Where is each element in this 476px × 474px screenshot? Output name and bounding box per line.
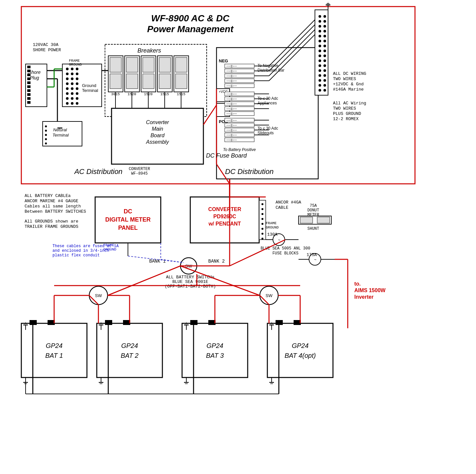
svg-text:—◁▷—: —◁▷— bbox=[226, 79, 237, 82]
svg-point-33 bbox=[71, 87, 73, 90]
svg-point-124 bbox=[319, 25, 321, 28]
svg-point-138 bbox=[319, 59, 321, 62]
converter-wf-label: CONVERTER bbox=[129, 167, 150, 171]
svg-point-130 bbox=[319, 40, 321, 42]
bank2-label: BANK 2 bbox=[208, 259, 225, 264]
ground-terminal-label: Ground bbox=[82, 83, 96, 88]
diagram-container: WF-8900 AC & DC Power Management 120VAC … bbox=[0, 0, 476, 474]
svg-text:—◁▷—: —◁▷— bbox=[226, 102, 237, 105]
svg-point-146 bbox=[319, 79, 321, 82]
svg-point-148 bbox=[319, 84, 321, 87]
svg-point-32 bbox=[66, 87, 69, 90]
svg-point-45 bbox=[45, 125, 47, 127]
svg-text:~: ~ bbox=[278, 238, 280, 242]
dc-meter-label2: DIGITAL METER bbox=[105, 216, 151, 223]
svg-rect-175 bbox=[300, 217, 313, 223]
svg-point-142 bbox=[319, 69, 321, 72]
converter-main-label2: Main bbox=[152, 126, 163, 132]
svg-point-40 bbox=[76, 97, 78, 100]
frame-ground2-label1: FRAME bbox=[103, 243, 114, 247]
svg-rect-12 bbox=[27, 101, 31, 104]
svg-point-143 bbox=[323, 69, 326, 72]
svg-rect-119 bbox=[315, 10, 328, 95]
grounds-note2: TRAILER FRAME GROUNDS bbox=[25, 224, 78, 229]
svg-text:—◁▷—: —◁▷— bbox=[226, 138, 237, 141]
svg-point-145 bbox=[323, 74, 326, 77]
to-20adc-label2: Appliances bbox=[258, 101, 277, 105]
battery-cables-note3: Cables all same length bbox=[25, 204, 81, 209]
battery-cables-note2: ANCOR MARINE #4 GAUGE bbox=[25, 199, 78, 204]
svg-point-125 bbox=[323, 25, 326, 28]
svg-rect-199 bbox=[21, 323, 87, 377]
dc-wiring-note2: TWO WIRES bbox=[333, 76, 356, 81]
svg-point-42 bbox=[71, 102, 73, 105]
svg-rect-7 bbox=[27, 81, 31, 84]
bat1-label2: BAT 1 bbox=[45, 352, 63, 359]
svg-rect-62 bbox=[159, 57, 171, 72]
svg-rect-63 bbox=[159, 74, 171, 89]
battery-cables-note4: Between BATTERY SWITCHES bbox=[25, 209, 86, 214]
ac-distribution-label: AC Distribution bbox=[74, 167, 123, 176]
svg-point-141 bbox=[323, 64, 326, 67]
svg-rect-176 bbox=[317, 217, 330, 223]
svg-text:—◁▷—: —◁▷— bbox=[226, 128, 237, 132]
svg-point-133 bbox=[323, 45, 326, 47]
converter-pd-label1: CONVERTER bbox=[208, 206, 241, 212]
svg-point-144 bbox=[319, 74, 321, 77]
main-title-line2: Power Management bbox=[147, 24, 234, 34]
donut-meter-label2: DONUT bbox=[307, 208, 319, 213]
svg-text:—◁▷—: —◁▷— bbox=[226, 92, 237, 96]
svg-text:—◁▷—: —◁▷— bbox=[226, 112, 237, 115]
svg-point-38 bbox=[66, 97, 69, 100]
svg-point-29 bbox=[66, 82, 69, 85]
svg-point-170 bbox=[261, 223, 263, 225]
bat4-label1: GP24 bbox=[292, 342, 308, 349]
svg-rect-54 bbox=[110, 74, 121, 89]
svg-point-21 bbox=[71, 68, 73, 70]
svg-point-128 bbox=[319, 35, 321, 37]
svg-point-31 bbox=[76, 82, 78, 85]
shore-power-label2: SHORE POWER bbox=[33, 48, 61, 53]
svg-point-171 bbox=[261, 228, 263, 230]
dc-meter-label3: PANEL bbox=[118, 225, 138, 231]
bat1-label1: GP24 bbox=[46, 342, 62, 349]
bat3-label2: BAT 3 bbox=[206, 352, 224, 359]
svg-text:—◁▷—: —◁▷— bbox=[226, 69, 237, 73]
ground-terminal-label2: Terminal bbox=[82, 88, 98, 93]
svg-point-46 bbox=[45, 130, 47, 132]
converter-pd-label2: PD9260C bbox=[213, 214, 236, 219]
svg-point-173 bbox=[261, 238, 263, 240]
svg-text:—◁▷—: —◁▷— bbox=[226, 84, 237, 87]
dc-distribution-label: DC Distribution bbox=[225, 167, 274, 176]
svg-point-151 bbox=[323, 89, 326, 92]
svg-point-25 bbox=[76, 73, 78, 75]
battery-cables-note1: ALL BATTERY CABLEa bbox=[25, 193, 71, 198]
ancor-cable-note1: ANCOR #4GA bbox=[276, 200, 301, 205]
fuse-130a-label3: FUSE BLOCKS bbox=[272, 251, 298, 256]
svg-point-167 bbox=[261, 208, 263, 210]
to-30adc-label2: Slideouts bbox=[258, 131, 274, 135]
svg-point-39 bbox=[71, 97, 73, 100]
wiring-diagram: WF-8900 AC & DC Power Management 120VAC … bbox=[0, 0, 476, 474]
ancor-cable-note2: CABLE bbox=[276, 205, 288, 210]
svg-point-35 bbox=[66, 92, 69, 95]
svg-point-147 bbox=[323, 79, 326, 82]
svg-rect-57 bbox=[126, 74, 138, 89]
svg-point-27 bbox=[71, 77, 73, 80]
svg-point-136 bbox=[319, 54, 321, 57]
svg-point-132 bbox=[319, 45, 321, 47]
svg-rect-10 bbox=[27, 93, 31, 96]
bat3-label1: GP24 bbox=[206, 342, 223, 349]
dc-wiring-note1: ALL DC WIRING bbox=[333, 71, 366, 76]
fused-note2: and enclosed in 3/4-inch bbox=[52, 248, 109, 253]
svg-text:—◁▷—: —◁▷— bbox=[226, 118, 237, 122]
svg-point-131 bbox=[323, 40, 326, 42]
svg-text:—◁▷—: —◁▷— bbox=[226, 97, 237, 100]
svg-text:~: ~ bbox=[314, 257, 316, 262]
bat-switches-note2: BLUE SEA 9001E bbox=[172, 279, 208, 284]
bat2-label1: GP24 bbox=[121, 342, 138, 349]
svg-rect-220 bbox=[267, 323, 333, 377]
svg-rect-213 bbox=[182, 323, 248, 377]
svg-point-140 bbox=[319, 64, 321, 67]
donut-meter-label1: 75A bbox=[310, 204, 317, 208]
